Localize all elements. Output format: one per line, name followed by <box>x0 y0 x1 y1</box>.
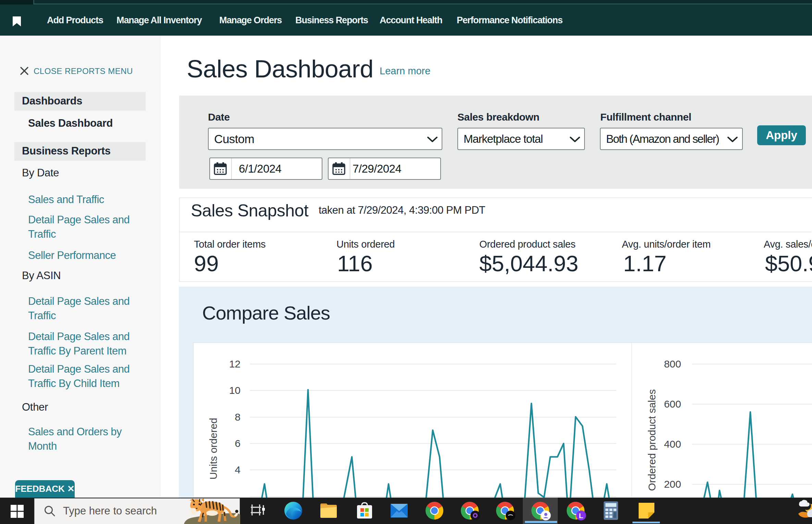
svg-text:8: 8 <box>235 411 241 423</box>
svg-text:Ordered product sales: Ordered product sales <box>646 389 657 491</box>
svg-text:600: 600 <box>664 398 681 410</box>
svg-text:200: 200 <box>664 478 681 490</box>
svg-text:Units ordered: Units ordered <box>208 418 219 479</box>
svg-text:12: 12 <box>229 358 241 370</box>
svg-text:L: L <box>579 512 583 520</box>
svg-text:6: 6 <box>235 438 241 449</box>
svg-text:400: 400 <box>664 438 681 450</box>
svg-text:4: 4 <box>235 464 241 475</box>
svg-text:800: 800 <box>664 358 681 370</box>
svg-text:10: 10 <box>229 385 241 396</box>
